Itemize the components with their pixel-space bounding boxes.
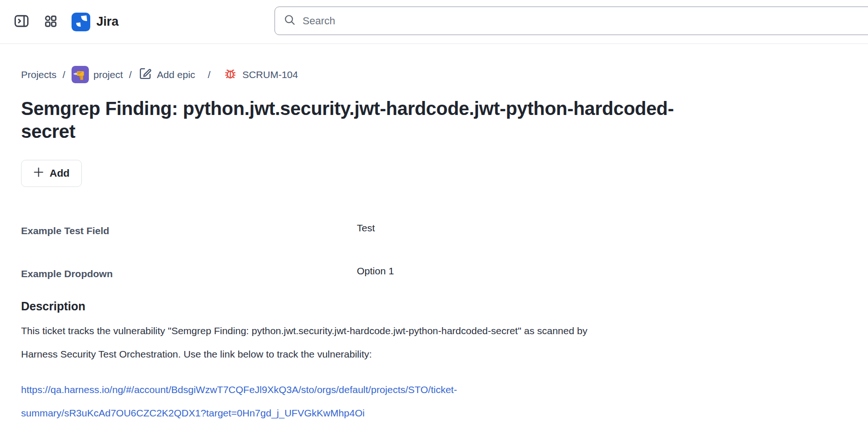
app-brand[interactable]: Jira — [72, 13, 118, 31]
description-section: Description This ticket tracks the vulne… — [21, 299, 868, 425]
breadcrumb-project[interactable]: project — [72, 66, 123, 83]
edit-pencil-icon — [138, 66, 152, 83]
description-body: This ticket tracks the vulnerability "Se… — [21, 319, 601, 366]
breadcrumb-separator: / — [129, 69, 132, 80]
sidebar-toggle-button[interactable] — [13, 13, 30, 31]
field-value[interactable]: Option 1 — [357, 265, 868, 278]
app-title: Jira — [96, 14, 118, 29]
issue-view: Projects / project / — [0, 66, 868, 425]
bug-icon — [223, 66, 238, 83]
global-search — [275, 7, 868, 35]
field-row: Example Dropdown Option 1 — [21, 267, 868, 280]
field-value[interactable]: Test — [357, 222, 868, 235]
app-switcher-button[interactable] — [42, 13, 59, 31]
description-heading: Description — [21, 299, 868, 313]
breadcrumb-add-epic[interactable]: Add epic — [138, 66, 195, 83]
field-label: Example Dropdown — [21, 267, 357, 280]
vulnerability-link[interactable]: https://qa.harness.io/ng/#/account/Bdsgi… — [21, 378, 601, 425]
search-icon — [283, 14, 296, 28]
breadcrumb-issue-key[interactable]: SCRUM-104 — [223, 66, 298, 83]
add-button-label: Add — [50, 167, 70, 179]
field-label: Example Test Field — [21, 224, 357, 237]
sidebar-expand-icon — [13, 13, 30, 31]
breadcrumb-projects[interactable]: Projects — [21, 69, 57, 80]
field-row: Example Test Field Test — [21, 224, 868, 237]
app-switcher-grid-icon — [43, 14, 58, 30]
custom-fields: Example Test Field Test Example Dropdown… — [21, 224, 868, 280]
top-navigation-bar: Jira — [0, 0, 868, 44]
breadcrumb-separator: / — [63, 69, 65, 80]
breadcrumb-separator: / — [208, 69, 210, 80]
search-input[interactable] — [303, 15, 868, 27]
add-button[interactable]: Add — [21, 160, 82, 187]
breadcrumb: Projects / project / — [21, 66, 868, 83]
plus-icon — [33, 167, 44, 180]
jira-logo-icon — [72, 13, 90, 31]
issue-title: Semgrep Finding: python.jwt.security.jwt… — [21, 97, 718, 143]
project-avatar-icon — [72, 66, 89, 83]
